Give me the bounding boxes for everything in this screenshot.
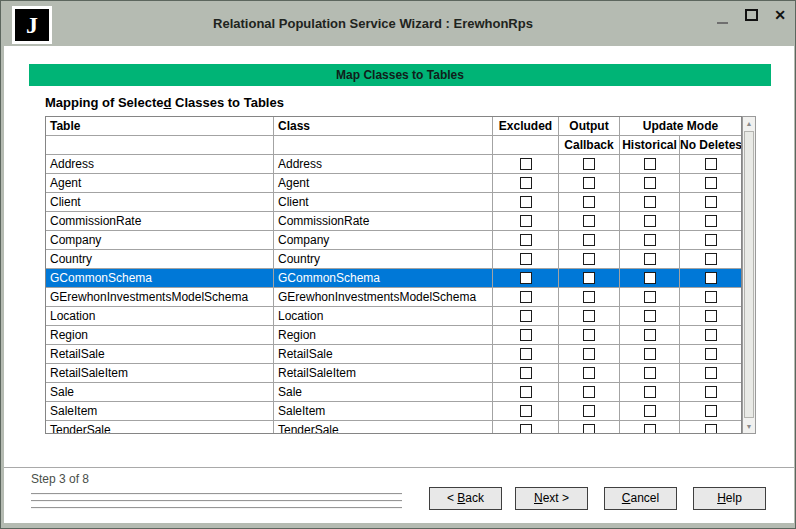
no-deletes-checkbox[interactable] [705, 329, 717, 341]
callback-checkbox[interactable] [583, 367, 595, 379]
callback-checkbox[interactable] [583, 196, 595, 208]
historical-checkbox[interactable] [644, 348, 656, 360]
table-row[interactable]: Address Address [46, 155, 741, 174]
historical-checkbox[interactable] [644, 234, 656, 246]
table-row[interactable]: Agent Agent [46, 174, 741, 193]
help-button[interactable]: Help [693, 487, 766, 510]
table-row[interactable]: SaleItem SaleItem [46, 402, 741, 421]
table-row[interactable]: Region Region [46, 326, 741, 345]
no-deletes-cell [680, 402, 741, 421]
table-body: Address Address Agent Agent Client Clien… [46, 155, 741, 434]
historical-cell [620, 364, 680, 383]
callback-checkbox[interactable] [583, 158, 595, 170]
class-cell: Country [274, 250, 493, 269]
historical-checkbox[interactable] [644, 424, 656, 434]
callback-checkbox[interactable] [583, 253, 595, 265]
historical-checkbox[interactable] [644, 253, 656, 265]
next-button-label: ext > [543, 491, 569, 505]
no-deletes-checkbox[interactable] [705, 310, 717, 322]
table-scrollbar[interactable]: ▲ ▼ [742, 116, 756, 434]
callback-checkbox[interactable] [583, 386, 595, 398]
excluded-checkbox[interactable] [520, 177, 532, 189]
callback-checkbox[interactable] [583, 348, 595, 360]
dialog-content: Map Classes to Tables Mapping of Selecte… [4, 46, 794, 523]
table-cell: TenderSale [46, 421, 274, 434]
excluded-checkbox[interactable] [520, 291, 532, 303]
no-deletes-checkbox[interactable] [705, 367, 717, 379]
no-deletes-checkbox[interactable] [705, 348, 717, 360]
table-row[interactable]: GCommonSchema GCommonSchema [46, 269, 741, 288]
historical-checkbox[interactable] [644, 386, 656, 398]
excluded-checkbox[interactable] [520, 405, 532, 417]
excluded-checkbox[interactable] [520, 253, 532, 265]
table-row[interactable]: Location Location [46, 307, 741, 326]
table-row[interactable]: TenderSale TenderSale [46, 421, 741, 434]
no-deletes-checkbox[interactable] [705, 177, 717, 189]
titlebar[interactable]: J Relational Population Service Wizard :… [1, 1, 795, 46]
scroll-up-icon[interactable]: ▲ [743, 117, 755, 130]
callback-checkbox[interactable] [583, 291, 595, 303]
no-deletes-checkbox[interactable] [705, 424, 717, 434]
callback-checkbox[interactable] [583, 329, 595, 341]
scroll-down-icon[interactable]: ▼ [743, 420, 755, 433]
historical-checkbox[interactable] [644, 158, 656, 170]
historical-cell [620, 212, 680, 231]
cancel-button[interactable]: Cancel [604, 487, 677, 510]
historical-checkbox[interactable] [644, 177, 656, 189]
no-deletes-checkbox[interactable] [705, 215, 717, 227]
excluded-checkbox[interactable] [520, 272, 532, 284]
no-deletes-checkbox[interactable] [705, 272, 717, 284]
no-deletes-cell [680, 364, 741, 383]
historical-checkbox[interactable] [644, 291, 656, 303]
table-cell: Region [46, 326, 274, 345]
historical-checkbox[interactable] [644, 196, 656, 208]
historical-checkbox[interactable] [644, 329, 656, 341]
historical-checkbox[interactable] [644, 272, 656, 284]
table-row[interactable]: RetailSaleItem RetailSaleItem [46, 364, 741, 383]
callback-checkbox[interactable] [583, 272, 595, 284]
excluded-checkbox[interactable] [520, 234, 532, 246]
historical-cell [620, 345, 680, 364]
back-button[interactable]: < Back [429, 487, 502, 510]
callback-cell [559, 250, 620, 269]
maximize-icon[interactable] [745, 9, 758, 21]
excluded-checkbox[interactable] [520, 424, 532, 434]
callback-checkbox[interactable] [583, 177, 595, 189]
table-row[interactable]: RetailSale RetailSale [46, 345, 741, 364]
historical-checkbox[interactable] [644, 405, 656, 417]
no-deletes-checkbox[interactable] [705, 386, 717, 398]
table-row[interactable]: Country Country [46, 250, 741, 269]
next-button[interactable]: Next > [515, 487, 588, 510]
table-row[interactable]: Sale Sale [46, 383, 741, 402]
historical-checkbox[interactable] [644, 367, 656, 379]
callback-checkbox[interactable] [583, 215, 595, 227]
historical-checkbox[interactable] [644, 215, 656, 227]
historical-checkbox[interactable] [644, 310, 656, 322]
excluded-checkbox[interactable] [520, 386, 532, 398]
excluded-checkbox[interactable] [520, 158, 532, 170]
no-deletes-checkbox[interactable] [705, 253, 717, 265]
no-deletes-checkbox[interactable] [705, 234, 717, 246]
no-deletes-checkbox[interactable] [705, 405, 717, 417]
no-deletes-checkbox[interactable] [705, 196, 717, 208]
table-row[interactable]: Company Company [46, 231, 741, 250]
minimize-icon[interactable] [717, 22, 728, 24]
excluded-checkbox[interactable] [520, 329, 532, 341]
table-row[interactable]: GErewhonInvestmentsModelSchema GErewhonI… [46, 288, 741, 307]
help-button-mnemonic: H [717, 491, 726, 505]
excluded-checkbox[interactable] [520, 367, 532, 379]
callback-checkbox[interactable] [583, 234, 595, 246]
scrollbar-thumb[interactable] [744, 131, 754, 418]
excluded-checkbox[interactable] [520, 196, 532, 208]
no-deletes-checkbox[interactable] [705, 158, 717, 170]
table-row[interactable]: CommissionRate CommissionRate [46, 212, 741, 231]
excluded-checkbox[interactable] [520, 215, 532, 227]
callback-checkbox[interactable] [583, 405, 595, 417]
excluded-checkbox[interactable] [520, 348, 532, 360]
excluded-checkbox[interactable] [520, 310, 532, 322]
close-icon[interactable]: ✕ [772, 5, 788, 25]
no-deletes-checkbox[interactable] [705, 291, 717, 303]
table-row[interactable]: Client Client [46, 193, 741, 212]
callback-checkbox[interactable] [583, 310, 595, 322]
callback-checkbox[interactable] [583, 424, 595, 434]
